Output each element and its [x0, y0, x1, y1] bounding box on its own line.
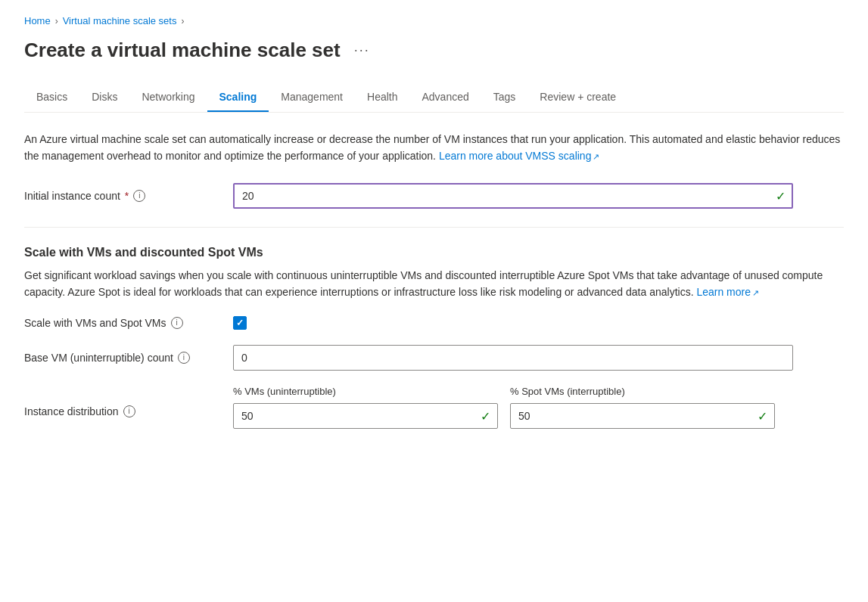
scale-checkbox-info-icon[interactable]: i: [171, 317, 183, 329]
breadcrumb-home[interactable]: Home: [24, 15, 51, 26]
breadcrumb-chevron-1: ›: [55, 16, 58, 26]
description-text: An Azure virtual machine scale set can a…: [24, 133, 840, 162]
initial-instance-input[interactable]: [233, 183, 793, 209]
tab-tags[interactable]: Tags: [481, 83, 528, 112]
initial-instance-check-icon: ✓: [776, 188, 786, 203]
initial-instance-info-icon[interactable]: i: [133, 190, 145, 202]
tab-health[interactable]: Health: [355, 83, 409, 112]
vm-dist-input-wrapper: ✓: [233, 403, 498, 429]
scaling-description: An Azure virtual machine scale set can a…: [24, 131, 842, 165]
instance-dist-label: Instance distribution i: [24, 386, 221, 417]
scale-checkbox[interactable]: ✓: [233, 316, 247, 330]
spot-external-icon: ↗: [752, 287, 759, 300]
external-link-icon: ↗: [593, 150, 599, 164]
tab-networking[interactable]: Networking: [129, 83, 207, 112]
page-menu-button[interactable]: ···: [350, 39, 375, 61]
tab-disks[interactable]: Disks: [79, 83, 129, 112]
spot-section-title: Scale with VMs and discounted Spot VMs: [24, 246, 844, 259]
checkmark-icon: ✓: [236, 318, 244, 327]
tab-basics[interactable]: Basics: [24, 83, 79, 112]
spot-dist-check-icon: ✓: [758, 408, 767, 423]
initial-instance-label: Initial instance count * i: [24, 190, 221, 202]
tab-management[interactable]: Management: [269, 83, 355, 112]
distribution-inputs: % VMs (uninterruptible) ✓ % Spot VMs (in…: [233, 386, 844, 429]
breadcrumb-vmss[interactable]: Virtual machine scale sets: [63, 15, 177, 26]
base-vm-label: Base VM (uninterruptible) count i: [24, 352, 221, 364]
tab-advanced[interactable]: Advanced: [409, 83, 481, 112]
page-title: Create a virtual machine scale set: [24, 39, 341, 62]
base-vm-input-wrapper: [233, 345, 793, 371]
vm-dist-input[interactable]: [233, 403, 498, 429]
spot-dist-group: % Spot VMs (interruptible) ✓: [510, 386, 775, 429]
scale-checkbox-label: Scale with VMs and Spot VMs i: [24, 317, 221, 329]
breadcrumb: Home › Virtual machine scale sets ›: [24, 15, 844, 26]
tab-review-create[interactable]: Review + create: [527, 83, 628, 112]
instance-distribution-row: Instance distribution i % VMs (uninterru…: [24, 386, 844, 429]
spot-dist-input[interactable]: [510, 403, 775, 429]
vm-dist-label: % VMs (uninterruptible): [233, 386, 498, 397]
required-indicator: *: [125, 190, 129, 202]
spot-learn-more-link[interactable]: Learn more ↗: [696, 286, 759, 298]
vm-dist-check-icon: ✓: [481, 408, 490, 423]
tab-scaling[interactable]: Scaling: [207, 83, 269, 112]
instance-dist-info-icon[interactable]: i: [123, 405, 135, 417]
tabs-nav: Basics Disks Networking Scaling Manageme…: [24, 83, 844, 113]
base-vm-info-icon[interactable]: i: [178, 352, 190, 364]
spot-section-description: Get significant workload savings when yo…: [24, 267, 842, 301]
base-vm-row: Base VM (uninterruptible) count i: [24, 345, 844, 371]
section-divider: [24, 227, 844, 228]
scale-checkbox-row: Scale with VMs and Spot VMs i ✓: [24, 316, 844, 330]
scale-checkbox-wrapper: ✓: [233, 316, 247, 330]
base-vm-input[interactable]: [233, 345, 793, 371]
vmss-scaling-link[interactable]: Learn more about VMSS scaling ↗: [439, 150, 600, 162]
initial-instance-row: Initial instance count * i ✓: [24, 183, 844, 209]
page-title-row: Create a virtual machine scale set ···: [24, 39, 844, 62]
spot-dist-label: % Spot VMs (interruptible): [510, 386, 775, 397]
initial-instance-input-wrapper: ✓: [233, 183, 793, 209]
vm-dist-group: % VMs (uninterruptible) ✓: [233, 386, 498, 429]
spot-dist-input-wrapper: ✓: [510, 403, 775, 429]
breadcrumb-chevron-2: ›: [181, 16, 184, 26]
